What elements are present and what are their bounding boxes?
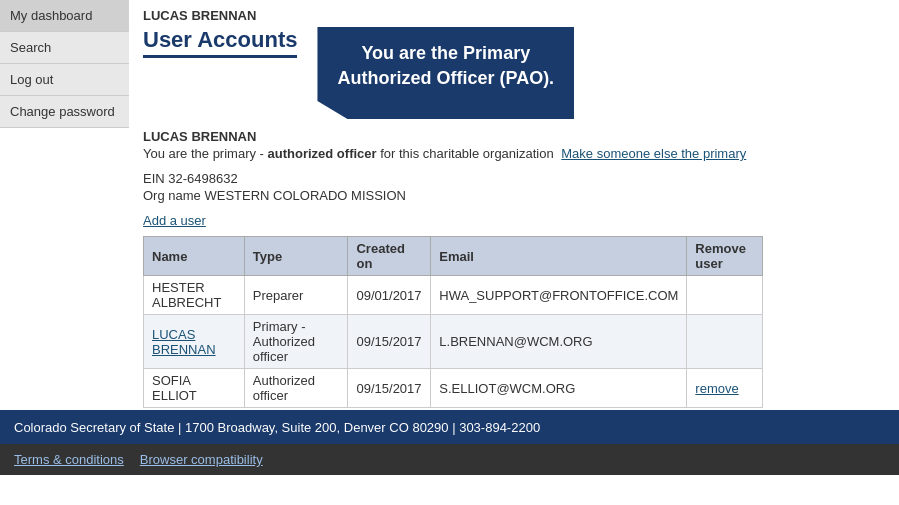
add-user-link[interactable]: Add a user — [143, 213, 206, 228]
remove-user-link[interactable]: remove — [695, 381, 738, 396]
pao-banner: You are the Primary Authorized Officer (… — [317, 27, 574, 119]
user-name: LUCAS BRENNAN — [143, 129, 889, 144]
footer-address: Colorado Secretary of State | 1700 Broad… — [14, 420, 540, 435]
footer-bar: Colorado Secretary of State | 1700 Broad… — [0, 410, 899, 445]
cell-type: Authorized officer — [244, 369, 348, 408]
cell-type: Preparer — [244, 276, 348, 315]
cell-created: 09/01/2017 — [348, 276, 431, 315]
page-title-block: User Accounts — [143, 27, 297, 62]
sidebar-item-my-dashboard[interactable]: My dashboard — [0, 0, 129, 32]
cell-name[interactable]: LUCAS BRENNAN — [144, 315, 245, 369]
cell-remove[interactable]: remove — [687, 369, 763, 408]
banner-area: User Accounts You are the Primary Author… — [143, 27, 889, 119]
cell-email: S.ELLIOT@WCM.ORG — [431, 369, 687, 408]
primary-suffix: for this charitable organization — [377, 146, 554, 161]
sidebar-item-log-out[interactable]: Log out — [0, 64, 129, 96]
sidebar-item-search[interactable]: Search — [0, 32, 129, 64]
ein-label: EIN — [143, 171, 165, 186]
org-label: Org name — [143, 188, 201, 203]
make-primary-link[interactable]: Make someone else the primary — [561, 146, 746, 161]
primary-bold: authorized officer — [268, 146, 377, 161]
cell-email: HWA_SUPPORT@FRONTOFFICE.COM — [431, 276, 687, 315]
cell-name: HESTER ALBRECHT — [144, 276, 245, 315]
browser-compatibility-link[interactable]: Browser compatibility — [140, 452, 263, 467]
page-title: User Accounts — [143, 27, 297, 58]
main-content: LUCAS BRENNAN User Accounts You are the … — [133, 0, 899, 416]
org-info: EIN 32-6498632 Org name WESTERN COLORADO… — [143, 171, 889, 203]
cell-name: SOFIA ELLIOT — [144, 369, 245, 408]
cell-created: 09/15/2017 — [348, 315, 431, 369]
sidebar-item-change-password[interactable]: Change password — [0, 96, 129, 128]
col-header-name: Name — [144, 237, 245, 276]
header-username: LUCAS BRENNAN — [143, 8, 889, 23]
primary-description: You are the primary - authorized officer… — [143, 146, 889, 161]
user-name-link[interactable]: LUCAS BRENNAN — [152, 327, 216, 357]
col-header-type: Type — [244, 237, 348, 276]
org-value: WESTERN COLORADO MISSION — [204, 188, 406, 203]
sidebar: My dashboard Search Log out Change passw… — [0, 0, 129, 128]
ein-value: 32-6498632 — [168, 171, 237, 186]
cell-type: Primary - Authorized officer — [244, 315, 348, 369]
cell-created: 09/15/2017 — [348, 369, 431, 408]
cell-email: L.BRENNAN@WCM.ORG — [431, 315, 687, 369]
col-header-created: Created on — [348, 237, 431, 276]
ein-row: EIN 32-6498632 — [143, 171, 889, 186]
primary-prefix: You are the primary - — [143, 146, 268, 161]
col-header-remove: Remove user — [687, 237, 763, 276]
cell-remove — [687, 276, 763, 315]
terms-conditions-link[interactable]: Terms & conditions — [14, 452, 124, 467]
cell-remove — [687, 315, 763, 369]
org-name-row: Org name WESTERN COLORADO MISSION — [143, 188, 889, 203]
user-info: LUCAS BRENNAN You are the primary - auth… — [143, 129, 889, 161]
pao-line2: Authorized Officer (PAO). — [337, 68, 554, 88]
users-table: Name Type Created on Email Remove user H… — [143, 236, 763, 408]
table-row: SOFIA ELLIOTAuthorized officer09/15/2017… — [144, 369, 763, 408]
col-header-email: Email — [431, 237, 687, 276]
pao-line1: You are the Primary — [361, 43, 530, 63]
footer-links: Terms & conditions Browser compatibility — [0, 444, 899, 475]
table-row: HESTER ALBRECHTPreparer09/01/2017HWA_SUP… — [144, 276, 763, 315]
table-row: LUCAS BRENNANPrimary - Authorized office… — [144, 315, 763, 369]
